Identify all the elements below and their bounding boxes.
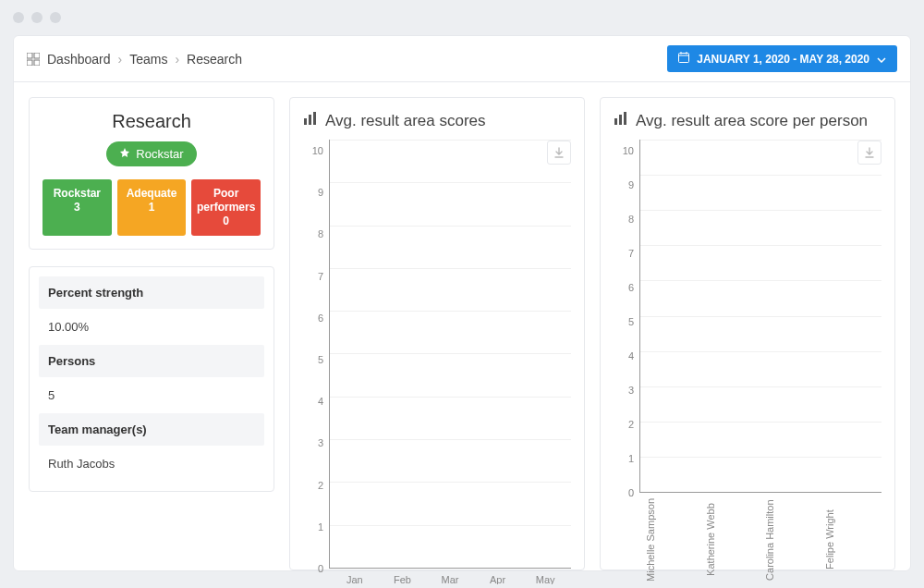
team-info-card: Percent strength 10.00% Persons 5 Team m… [29, 266, 274, 492]
x-tick: May [525, 574, 565, 584]
svg-rect-4 [679, 54, 689, 63]
perf-count: 1 [121, 201, 183, 214]
team-title: Research [43, 111, 261, 132]
team-badge: Rockstar [106, 141, 196, 166]
perf-label: Rockstar [46, 187, 108, 201]
chart-avg-per-person: Avg. result area score per person 109876… [600, 97, 895, 570]
y-tick: 10 [623, 145, 634, 156]
y-tick: 1 [628, 453, 634, 464]
managers-label: Team manager(s) [39, 413, 264, 446]
y-tick: 5 [628, 316, 634, 327]
percent-strength-value: 10.00% [39, 309, 264, 345]
y-tick: 6 [628, 282, 634, 293]
performance-row: Rockstar3Adequate1Poor performers0 [43, 179, 261, 236]
chart-avg-scores: Avg. result area scores 109876543210JanF… [289, 97, 585, 570]
perf-label: Poor performers [195, 187, 257, 214]
breadcrumb-item[interactable]: Dashboard [47, 52, 111, 67]
y-axis: 109876543210 [303, 140, 329, 569]
app-window: Dashboard › Teams › Research JANUARY 1, … [13, 35, 911, 571]
persons-value: 5 [39, 377, 264, 413]
y-tick: 7 [628, 248, 634, 259]
perf-box[interactable]: Rockstar3 [43, 179, 112, 236]
x-tick: Apr [478, 574, 518, 584]
y-tick: 0 [318, 563, 323, 574]
dashboard-icon [27, 53, 40, 66]
y-tick: 1 [318, 521, 323, 533]
y-tick: 9 [628, 179, 634, 190]
topbar: Dashboard › Teams › Research JANUARY 1, … [14, 36, 910, 82]
svg-rect-3 [34, 60, 40, 66]
plot-area [329, 140, 571, 569]
y-tick: 2 [628, 419, 634, 430]
left-column: Research Rockstar Rockstar3Adequate1Poor… [29, 97, 274, 570]
y-tick: 0 [628, 487, 634, 498]
browser-frame: Dashboard › Teams › Research JANUARY 1, … [0, 0, 924, 584]
y-tick: 2 [318, 480, 323, 491]
y-tick: 3 [318, 437, 323, 448]
svg-rect-2 [27, 60, 32, 66]
persons-label: Persons [39, 345, 264, 377]
team-badge-label: Rockstar [136, 147, 183, 161]
calendar-icon [678, 52, 689, 66]
browser-titlebar [0, 0, 924, 35]
perf-box[interactable]: Adequate1 [117, 179, 187, 236]
window-dot [13, 12, 24, 23]
breadcrumb-sep: › [175, 52, 179, 67]
star-icon [119, 147, 130, 161]
percent-strength-label: Percent strength [39, 276, 264, 309]
breadcrumb: Dashboard › Teams › Research [27, 52, 242, 67]
svg-rect-13 [624, 112, 626, 125]
y-tick: 4 [318, 396, 323, 407]
perf-count: 0 [195, 214, 257, 228]
x-tick: Mar [430, 574, 470, 584]
y-tick: 3 [628, 385, 634, 396]
perf-label: Adequate [121, 187, 183, 201]
chart-title: Avg. result area score per person [614, 111, 881, 130]
svg-rect-11 [614, 118, 617, 125]
x-tick: Feb [383, 574, 423, 584]
y-tick: 9 [318, 187, 323, 198]
svg-rect-10 [313, 112, 316, 125]
content: Research Rockstar Rockstar3Adequate1Poor… [14, 82, 910, 584]
perf-count: 3 [46, 201, 108, 214]
x-tick: Carolina Hamilton [764, 498, 817, 584]
x-tick: Felipe Wright [824, 498, 877, 584]
window-dot [31, 12, 43, 23]
x-tick: Jan [334, 574, 375, 584]
chevron-down-icon [877, 53, 886, 66]
date-range-label: JANUARY 1, 2020 - MAY 28, 2020 [697, 53, 869, 66]
breadcrumb-item[interactable]: Research [187, 52, 242, 67]
x-axis: JanFebMarAprMay [329, 569, 571, 584]
svg-rect-12 [619, 115, 622, 125]
x-tick: Michelle Sampson [645, 498, 698, 584]
perf-box[interactable]: Poor performers0 [191, 179, 261, 236]
y-tick: 8 [318, 228, 323, 239]
chart-title-text: Avg. result area scores [325, 112, 486, 130]
breadcrumb-sep: › [118, 52, 123, 67]
plot-area [639, 140, 881, 493]
svg-rect-8 [304, 118, 307, 125]
managers-value: Ruth Jacobs [39, 446, 264, 482]
y-tick: 5 [318, 354, 323, 365]
y-axis: 109876543210 [614, 140, 639, 493]
y-tick: 6 [318, 312, 323, 324]
svg-rect-0 [27, 53, 32, 58]
x-tick: Katherine Webb [705, 498, 758, 584]
chart-title: Avg. result area scores [303, 111, 571, 130]
y-tick: 10 [312, 145, 323, 156]
y-tick: 8 [628, 214, 634, 225]
y-tick: 4 [628, 350, 634, 361]
y-tick: 7 [318, 271, 323, 282]
svg-rect-9 [309, 115, 311, 125]
team-card: Research Rockstar Rockstar3Adequate1Poor… [29, 97, 274, 250]
bar-chart-icon [614, 111, 628, 130]
date-range-button[interactable]: JANUARY 1, 2020 - MAY 28, 2020 [667, 45, 897, 72]
x-axis: Michelle SampsonKatherine WebbCarolina H… [639, 493, 881, 584]
breadcrumb-item[interactable]: Teams [129, 52, 167, 67]
window-dot [50, 12, 61, 23]
chart-title-text: Avg. result area score per person [636, 112, 868, 130]
svg-rect-1 [34, 53, 40, 58]
bar-chart-icon [303, 111, 318, 130]
